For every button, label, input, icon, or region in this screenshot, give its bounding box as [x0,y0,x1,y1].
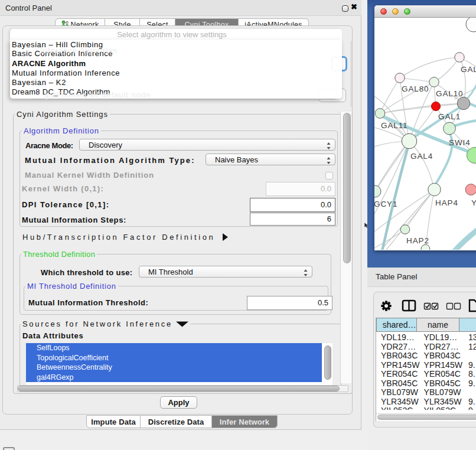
svg-text:HAP2: HAP2 [406,236,429,245]
svg-text:GAL4: GAL4 [410,152,433,161]
svg-text:GAL80: GAL80 [402,84,429,93]
svg-text:HAP4: HAP4 [435,198,458,207]
svg-text:SWI4: SWI4 [449,138,471,147]
svg-text:Y: Y [471,198,476,207]
svg-text:GAL7: GAL7 [461,65,476,74]
svg-text:GCY1: GCY1 [374,200,397,208]
svg-text:GAL10: GAL10 [436,89,464,98]
svg-text:GAL11: GAL11 [381,121,408,130]
svg-text:GAL1: GAL1 [438,112,461,121]
